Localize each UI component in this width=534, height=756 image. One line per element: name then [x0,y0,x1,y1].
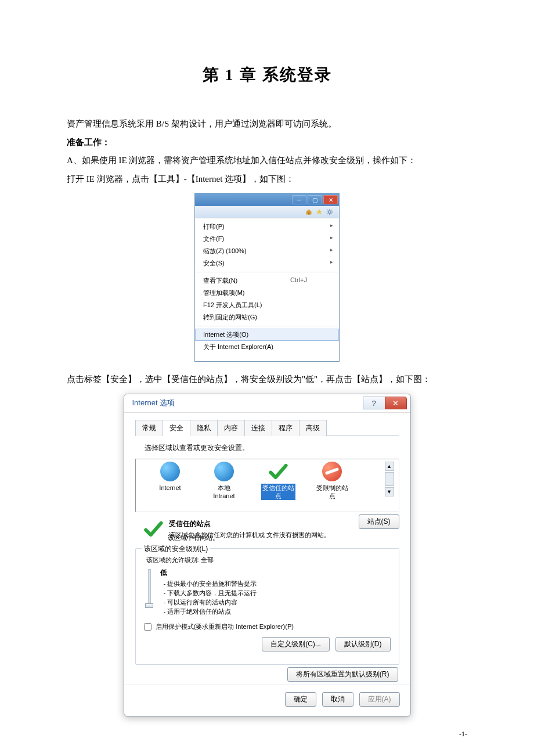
menu-f12-devtools[interactable]: F12 开发人员工具(L) [195,299,339,311]
check-icon [268,462,288,481]
svg-line-9 [331,210,332,210]
protected-mode-row: 启用保护模式(要求重新启动 Internet Explorer)(P) [144,622,391,631]
globe-icon [214,462,234,481]
security-tab-instruction: 点击标签【安全】，选中【受信任的站点】，将安全级别设为"低"，再点击【站点】，如… [67,370,467,389]
ie-window: ─ ▢ ✕ 打印(P) 文件(F) 缩放(Z) (100%) 安全(S) 查看下… [194,193,340,362]
apply-button[interactable]: 应用(A) [359,692,400,707]
ok-button[interactable]: 确定 [285,692,316,707]
home-icon[interactable] [305,208,312,215]
allowed-levels: 该区域的允许级别: 全部 [146,556,391,564]
ie-tools-menu-figure: ─ ▢ ✕ 打印(P) 文件(F) 缩放(Z) (100%) 安全(S) 查看下… [67,193,467,362]
gear-icon[interactable] [326,208,333,215]
zone-scrollbar[interactable]: ▲ ▼ [385,462,394,496]
zone-instruction: 选择区域以查看或更改安全设置。 [145,443,399,453]
tab-content[interactable]: 内容 [217,420,245,436]
prep-label: 准备工作： [67,134,467,152]
close-icon[interactable]: ✕ [385,397,407,409]
security-slider[interactable] [144,569,156,606]
tools-dropdown: 打印(P) 文件(F) 缩放(Z) (100%) 安全(S) 查看下载(N)Ct… [195,218,339,355]
chapter-title: 第 1 章 系统登录 [67,64,467,86]
internet-options-dialog: Internet 选项 ? ✕ 常规 安全 隐私 内容 连接 程序 高级 选择区… [124,394,411,717]
menu-view-downloads[interactable]: 查看下载(N)Ctrl+J [195,275,339,287]
cancel-button[interactable]: 取消 [322,692,353,707]
custom-level-button[interactable]: 自定义级别(C)... [262,637,330,651]
restricted-icon [322,462,342,481]
zone-selector: Internet 本地 Intranet 受信任的站 点 受限制的站 点 ▲ [135,459,399,512]
menu-manage-addons[interactable]: 管理加载项(M) [195,287,339,299]
open-ie-instruction: 打开 IE 浏览器，点击【工具】-【Internet 选项】，如下图： [67,170,467,189]
ie-toolbar-icons [195,206,339,218]
level-bullet: 提供最小的安全措施和警告提示 [164,579,391,589]
level-bullet: 下载大多数内容，且无提示运行 [164,589,391,598]
level-bullet: 适用于绝对信任的站点 [164,607,391,617]
minimize-button[interactable]: ─ [292,195,306,204]
reset-all-zones-button[interactable]: 将所有区域重置为默认级别(R) [287,667,398,682]
zone-local-intranet[interactable]: 本地 Intranet [203,462,246,501]
tab-advanced[interactable]: 高级 [299,420,327,436]
tab-security[interactable]: 安全 [163,420,190,436]
tab-strip: 常规 安全 隐私 内容 连接 程序 高级 [135,420,399,436]
menu-file[interactable]: 文件(F) [195,233,339,245]
level-bullet: 可以运行所有的活动内容 [164,598,391,607]
svg-line-8 [327,214,328,214]
menu-zoom[interactable]: 缩放(Z) (100%) [195,245,339,257]
security-group-legend: 该区域的安全级别(L) [142,544,211,554]
zone-internet[interactable]: Internet [149,462,192,492]
menu-about-ie[interactable]: 关于 Internet Explorer(A) [195,341,339,353]
protected-mode-checkbox[interactable] [144,623,151,631]
menu-safety[interactable]: 安全(S) [195,257,339,269]
menu-internet-options[interactable]: Internet 选项(O) [195,329,339,341]
svg-point-1 [329,211,331,214]
level-name: 低 [160,568,391,578]
intro-paragraph: 资产管理信息系统采用 B/S 架构设计，用户通过浏览器即可访问系统。 [67,115,467,134]
dialog-footer: 确定 取消 应用(A) [124,685,410,716]
menu-print[interactable]: 打印(P) [195,221,339,233]
security-level-group: 该区域的安全级别(L) 该区域的允许级别: 全部 低 提供最小的安全措施和警告提… [135,548,399,665]
zone-restricted-sites[interactable]: 受限制的站 点 [311,462,354,501]
svg-line-7 [331,214,332,214]
menu-pin-site[interactable]: 转到固定的网站(G) [195,311,339,323]
step-a: A、如果使用 IE 浏览器，需将资产管理系统地址加入信任站点并修改安全级别，操作… [67,152,467,170]
maximize-button[interactable]: ▢ [308,195,322,204]
dialog-title: Internet 选项 [132,398,175,408]
zone-trusted-sites[interactable]: 受信任的站 点 [257,462,300,501]
tab-connections[interactable]: 连接 [244,420,272,436]
svg-line-6 [327,210,328,210]
favorites-icon[interactable] [316,208,323,215]
sites-button[interactable]: 站点(S) [359,514,399,529]
svg-rect-0 [308,213,310,215]
protected-mode-label: 启用保护模式(要求重新启动 Internet Explorer)(P) [156,623,294,630]
close-button[interactable]: ✕ [323,195,338,204]
tab-privacy[interactable]: 隐私 [190,420,218,436]
page-number: -1- [459,730,467,739]
help-button[interactable]: ? [363,397,385,409]
dialog-titlebar: Internet 选项 ? ✕ [124,394,410,413]
globe-icon [160,462,180,481]
default-level-button[interactable]: 默认级别(D) [335,637,391,651]
internet-options-figure: Internet 选项 ? ✕ 常规 安全 隐私 内容 连接 程序 高级 选择区… [67,394,467,717]
ie-window-titlebar: ─ ▢ ✕ [195,193,339,206]
tab-programs[interactable]: 程序 [272,420,300,436]
check-icon [143,519,163,539]
tab-general[interactable]: 常规 [135,420,163,436]
